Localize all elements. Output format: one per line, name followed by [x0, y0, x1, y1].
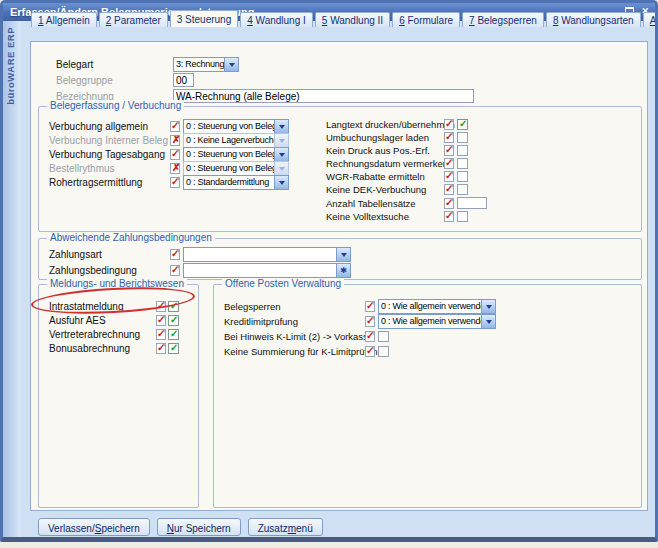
group-belegerfassung: Belegerfassung / Verbuchung Verbuchung a… — [38, 106, 642, 232]
group-offene-posten-title: Offene Posten Verwaltung — [222, 278, 344, 289]
tab-parameter[interactable]: 2 Parameter — [99, 12, 168, 27]
group-zahlungsbedingungen: Abweichende Zahlungsbedingungen Zahlungs… — [38, 238, 642, 280]
tab-formulare[interactable]: 6 Formulare — [392, 12, 460, 27]
keine-volltextsuche-checkbox[interactable] — [457, 211, 468, 222]
belegart-select[interactable]: 3: Rechnung — [173, 57, 239, 72]
tab-allgemein[interactable]: 1 Allgemein — [31, 12, 97, 27]
bezeichnung-input[interactable] — [173, 89, 474, 103]
tab-wandlungsarten[interactable]: 8 Wandlungsarten — [546, 12, 641, 27]
flag-check-icon[interactable] — [170, 177, 180, 188]
chevron-down-icon[interactable] — [274, 162, 288, 175]
beleggruppe-label: Beleggruppe — [56, 75, 113, 86]
flag-check-icon[interactable] — [365, 331, 375, 342]
row-verbuchung-interner-beleg: Verbuchung Interner Beleg 0 : Keine Lage… — [49, 133, 289, 147]
verbuchung-allgemein-select[interactable]: 0 : Steuerung von Belegart — [183, 119, 289, 134]
bonusabrechnung-checkbox[interactable] — [168, 343, 179, 354]
zahlungsbedingung-input[interactable]: ✱ — [183, 263, 351, 278]
verbuchung-tagesabgang-select[interactable]: 0 : Steuerung von Belegart — [183, 147, 289, 162]
keine-summierung-checkbox[interactable] — [378, 346, 389, 357]
chevron-down-icon[interactable] — [224, 58, 238, 71]
flag-check-icon[interactable] — [156, 315, 166, 326]
anzahl-tabellensaetze-input[interactable] — [457, 197, 487, 209]
app-window: Erfassen/Ändern Belegnumerierung/steueru… — [0, 0, 658, 542]
flag-check-icon[interactable] — [444, 145, 454, 156]
vorkasse-checkbox[interactable] — [378, 331, 389, 342]
flag-check-icon[interactable] — [444, 198, 454, 209]
ausfuhr-aes-checkbox[interactable] — [168, 315, 179, 326]
row-langtext: Langtext drucken/übernehmen — [326, 118, 487, 131]
row-umbuchungslager: Umbuchungslager laden — [326, 131, 487, 144]
row-vertreterabrechnung: Vertreterabrechnung — [49, 327, 179, 341]
langtext-checkbox[interactable] — [457, 119, 468, 130]
chevron-down-icon[interactable] — [274, 148, 288, 161]
flag-check-icon[interactable] — [444, 132, 454, 143]
row-ausfuhr-aes: Ausfuhr AES — [49, 313, 179, 327]
umbuchungslager-checkbox[interactable] — [457, 132, 468, 143]
chevron-down-icon[interactable] — [481, 315, 495, 328]
flag-check-icon[interactable] — [444, 158, 454, 169]
row-belegsperren: Belegsperren 0 : Wie allgemein verwenden — [224, 299, 496, 314]
wgr-rabatte-checkbox[interactable] — [457, 171, 468, 182]
group-meldungen: Meldungs- und Berichtswesen Intrastatmel… — [38, 284, 199, 508]
kein-druck-checkbox[interactable] — [457, 145, 468, 156]
brand-label: büroWARE ERP — [5, 27, 16, 105]
flag-check-icon[interactable] — [444, 119, 454, 130]
flag-check-icon[interactable] — [444, 184, 454, 195]
tab-wandlung-2[interactable]: 5 Wandlung II — [315, 12, 390, 27]
row-rechnungsdatum: Rechnungsdatum vermerken — [326, 157, 487, 170]
row-verbuchung-allgemein: Verbuchung allgemein 0 : Steuerung von B… — [49, 119, 289, 133]
flag-cross-icon[interactable] — [170, 135, 180, 146]
flag-check-icon[interactable] — [170, 265, 180, 276]
flag-check-icon[interactable] — [170, 149, 180, 160]
keine-dek-checkbox[interactable] — [457, 184, 468, 195]
flag-cross-icon[interactable] — [170, 163, 180, 174]
chevron-down-icon[interactable] — [274, 134, 288, 147]
row-kreditlimitpruefung: Kreditlimitprüfung 0 : Wie allgemein ver… — [224, 314, 496, 329]
tab-sonstige[interactable]: A Sonstige — [643, 12, 658, 27]
flag-check-icon[interactable] — [365, 346, 375, 357]
verlassen-speichern-button[interactable]: Verlassen/Speichern — [38, 518, 150, 536]
verbuchung-interner-beleg-select[interactable]: 0 : Keine Lagerverbuchung — [183, 133, 289, 148]
kreditlimitpruefung-select[interactable]: 0 : Wie allgemein verwenden — [378, 314, 496, 329]
button-bar: Verlassen/Speichern Nur Speichern Zusatz… — [38, 518, 323, 536]
tab-belegsperren[interactable]: 7 Belegsperren — [462, 12, 544, 27]
row-wgr-rabatte: WGR-Rabatte ermitteln — [326, 170, 487, 183]
brand-strip: büroWARE ERP — [3, 21, 21, 537]
tab-wandlung-1[interactable]: 4 Wandlung I — [240, 12, 313, 27]
zahlungsart-select[interactable] — [183, 247, 351, 262]
chevron-down-icon[interactable] — [336, 248, 350, 261]
flag-check-icon[interactable] — [170, 121, 180, 132]
belegsperren-select[interactable]: 0 : Wie allgemein verwenden — [378, 299, 496, 314]
beleggruppe-input[interactable] — [173, 73, 194, 87]
belegart-label: Belegart — [56, 59, 93, 70]
chevron-down-icon[interactable] — [274, 176, 288, 189]
row-anzahl-tabellensaetze: Anzahl Tabellensätze — [326, 196, 487, 210]
row-zahlungsart: Zahlungsart — [49, 246, 351, 262]
vertreterabrechnung-checkbox[interactable] — [168, 329, 179, 340]
row-bonusabrechnung: Bonusabrechnung — [49, 341, 179, 355]
row-keine-summierung: Keine Summierung für K-Limitprüfung — [224, 344, 496, 359]
lookup-icon[interactable]: ✱ — [336, 264, 350, 277]
flag-check-icon[interactable] — [365, 301, 375, 312]
row-vorkasse: Bei Hinweis K-Limit (2) -> Vorkasse — [224, 329, 496, 344]
flag-check-icon[interactable] — [444, 211, 454, 222]
flag-check-icon[interactable] — [170, 249, 180, 260]
flag-check-icon[interactable] — [156, 329, 166, 340]
rohertragsermittlung-select[interactable]: 0 : Standardermittlung — [183, 175, 289, 190]
flag-check-icon[interactable] — [444, 171, 454, 182]
row-bestellrythmus: Bestellrythmus 0 : Steuerung von Belegar… — [49, 161, 289, 175]
tab-bar: 1 Allgemein 2 Parameter 3 Steuerung 4 Wa… — [31, 10, 658, 27]
flag-check-icon[interactable] — [365, 316, 375, 327]
rechnungsdatum-checkbox[interactable] — [457, 158, 468, 169]
chevron-down-icon[interactable] — [274, 120, 288, 133]
row-keine-volltextsuche: Keine Volltextsuche — [326, 210, 487, 223]
tab-steuerung[interactable]: 3 Steuerung — [170, 10, 239, 27]
row-kein-druck: Kein Druck aus Pos.-Erf. — [326, 144, 487, 157]
row-zahlungsbedingung: Zahlungsbedingung ✱ — [49, 262, 351, 278]
nur-speichern-button[interactable]: Nur Speichern — [157, 518, 241, 536]
zusatzmenu-button[interactable]: Zusatzmenü — [248, 518, 323, 536]
bestellrythmus-select[interactable]: 0 : Steuerung von Belegart — [183, 161, 289, 176]
chevron-down-icon[interactable] — [481, 300, 495, 313]
flag-check-icon[interactable] — [156, 343, 166, 354]
row-keine-dek: Keine DEK-Verbuchung — [326, 183, 487, 196]
